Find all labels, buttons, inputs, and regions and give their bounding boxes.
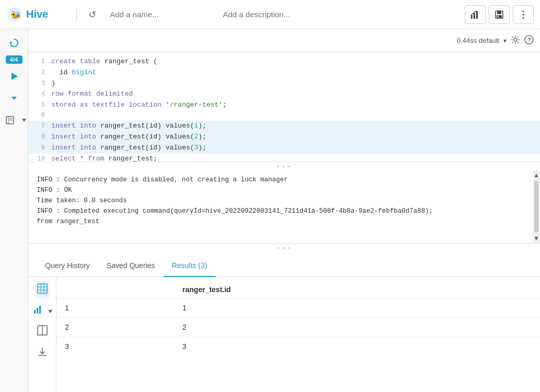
bar-chart-icon bbox=[33, 305, 43, 314]
help-button[interactable]: ? bbox=[524, 35, 534, 47]
line-number: 5 bbox=[32, 100, 45, 110]
run-icon bbox=[9, 71, 19, 82]
tab-saved-queries[interactable]: Saved Queries bbox=[98, 255, 164, 277]
svg-rect-28 bbox=[34, 310, 36, 314]
top-resize-handle[interactable]: • • • bbox=[28, 162, 540, 170]
column-header: ranger_test.id bbox=[174, 281, 540, 298]
svg-marker-13 bbox=[12, 73, 18, 80]
tab-results[interactable]: Results (3) bbox=[163, 255, 216, 277]
svg-point-9 bbox=[523, 10, 524, 12]
code-token: '/ranger-test' bbox=[165, 100, 222, 111]
cell-value: 1 bbox=[174, 298, 540, 318]
chart-view-button[interactable] bbox=[31, 303, 45, 319]
tab-query-history[interactable]: Query History bbox=[37, 255, 98, 277]
table-icon bbox=[37, 283, 48, 294]
code-line: 4row format delimited bbox=[28, 89, 540, 100]
refresh-icon bbox=[9, 38, 19, 48]
tabs-bar: Query HistorySaved QueriesResults (3) bbox=[28, 252, 540, 277]
table-row: 11 bbox=[57, 298, 540, 318]
code-line: 5stored as textfile location '/ranger-te… bbox=[28, 100, 540, 111]
svg-rect-30 bbox=[39, 306, 41, 314]
header-divider bbox=[76, 8, 77, 21]
code-token: id bbox=[51, 67, 72, 78]
results-sidebar bbox=[28, 277, 57, 392]
line-number: 8 bbox=[32, 132, 45, 142]
chart-type-button[interactable] bbox=[46, 303, 53, 318]
history-button[interactable]: ↺ bbox=[84, 7, 100, 22]
code-line: 7insert into ranger_test(id) values(1); bbox=[28, 121, 540, 132]
code-token: 2 bbox=[194, 132, 198, 143]
code-line: 9insert into ranger_test(id) values(3); bbox=[28, 143, 540, 154]
code-token: bigint bbox=[72, 67, 96, 78]
code-token: ranger_test(id) values( bbox=[100, 132, 194, 143]
table-view-button[interactable] bbox=[35, 281, 50, 298]
save-button[interactable] bbox=[489, 5, 510, 24]
timing-text: 0.44ss default bbox=[457, 37, 499, 44]
chart-button[interactable] bbox=[465, 5, 486, 24]
log-scrollbar[interactable]: ▲ ▼ bbox=[533, 170, 540, 243]
results-section: Query HistorySaved QueriesResults (3) bbox=[28, 252, 540, 392]
code-editor[interactable]: 1create table ranger_test (2 id bigint3)… bbox=[28, 52, 540, 162]
download-icon bbox=[37, 347, 48, 357]
code-line: 2 id bigint bbox=[28, 67, 540, 78]
book-button[interactable] bbox=[1, 111, 19, 130]
row-number: 2 bbox=[57, 318, 174, 337]
code-token: ranger_test bbox=[104, 56, 149, 67]
data-table-area: ranger_test.id 112233 bbox=[57, 277, 540, 392]
code-token: ); bbox=[198, 143, 207, 154]
chevron-down-small-icon bbox=[22, 118, 26, 122]
bottom-resize-handle[interactable]: • • • bbox=[28, 244, 540, 252]
chevron-down-chart-icon bbox=[48, 309, 52, 314]
book-chevron-button[interactable] bbox=[20, 117, 28, 124]
query-topbar: 0.44ss default ▾ ? bbox=[28, 29, 540, 52]
line-number: 10 bbox=[32, 154, 45, 162]
code-token: ( bbox=[149, 56, 158, 67]
svg-marker-31 bbox=[48, 310, 52, 313]
line-number: 1 bbox=[32, 57, 45, 67]
svg-text:🐝: 🐝 bbox=[10, 10, 21, 20]
svg-marker-19 bbox=[22, 119, 26, 122]
svg-point-10 bbox=[523, 14, 524, 15]
line-number: 9 bbox=[32, 143, 45, 153]
help-icon: ? bbox=[524, 35, 534, 44]
svg-rect-3 bbox=[474, 13, 475, 19]
cluster-dropdown-button[interactable]: ▾ bbox=[503, 37, 507, 44]
save-icon bbox=[494, 10, 504, 19]
gear-icon bbox=[511, 35, 520, 44]
main-content: 4/4 bbox=[0, 29, 540, 392]
table-row: 33 bbox=[57, 337, 540, 356]
book-area bbox=[1, 111, 28, 130]
code-token: ) bbox=[51, 78, 55, 89]
scrollbar-thumb[interactable] bbox=[534, 181, 538, 233]
log-line: INFO : Concurrency mode is disabled, not… bbox=[37, 175, 532, 185]
code-line: 10select * from ranger_test; bbox=[28, 154, 540, 162]
cell-value: 3 bbox=[174, 337, 540, 356]
results-content: ranger_test.id 112233 bbox=[28, 277, 540, 392]
header-actions bbox=[465, 5, 534, 24]
run-chevron-button[interactable] bbox=[5, 89, 24, 108]
log-line: INFO : Completed executing command(query… bbox=[37, 206, 532, 216]
run-button[interactable] bbox=[5, 67, 24, 86]
description-input[interactable] bbox=[219, 8, 459, 21]
svg-rect-7 bbox=[497, 15, 502, 18]
code-token: insert into bbox=[51, 121, 100, 132]
refresh-button[interactable] bbox=[5, 33, 24, 52]
svg-rect-23 bbox=[38, 284, 47, 293]
svg-rect-29 bbox=[37, 308, 38, 314]
download-button[interactable] bbox=[35, 344, 50, 362]
name-input[interactable] bbox=[106, 8, 213, 21]
line-number: 7 bbox=[32, 121, 45, 131]
table-row: 22 bbox=[57, 318, 540, 337]
progress-badge: 4/4 bbox=[6, 55, 22, 64]
line-number: 3 bbox=[32, 79, 45, 89]
more-button[interactable] bbox=[513, 5, 534, 24]
scrollbar-up-button[interactable]: ▲ bbox=[532, 170, 540, 180]
svg-text:?: ? bbox=[527, 37, 531, 43]
code-token: 3 bbox=[194, 143, 198, 154]
code-token: select * from bbox=[51, 154, 108, 162]
split-view-button[interactable] bbox=[35, 323, 50, 340]
settings-button[interactable] bbox=[511, 35, 520, 47]
split-icon bbox=[37, 325, 48, 336]
log-line: INFO : OK bbox=[37, 185, 532, 195]
scrollbar-down-button[interactable]: ▼ bbox=[532, 234, 540, 243]
